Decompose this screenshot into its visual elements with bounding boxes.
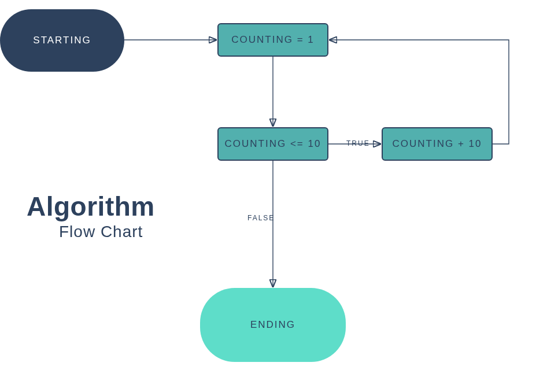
node-increment: COUNTING + 10 [382,127,493,161]
node-condition: COUNTING <= 10 [217,127,328,161]
diagram-subtitle: Flow Chart [59,223,143,241]
node-start: STARTING [0,9,124,72]
edge-label-false: FALSE [246,214,276,222]
node-end: ENDING [200,288,346,362]
edge-label-true: TRUE [345,139,371,147]
node-init: COUNTING = 1 [217,23,328,57]
diagram-title: Algorithm [27,191,155,222]
